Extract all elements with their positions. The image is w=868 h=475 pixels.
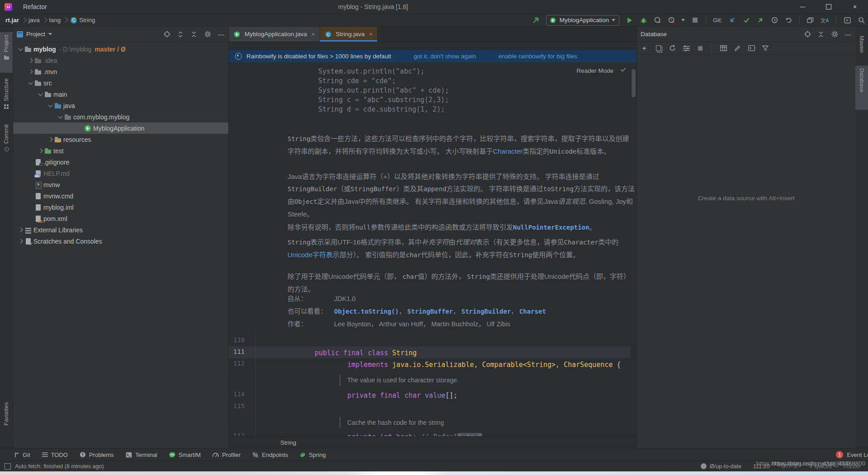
console-icon[interactable]	[748, 45, 755, 52]
build-hammer-icon[interactable]	[532, 16, 540, 24]
code-line[interactable]: Cache the hash code for the string	[229, 417, 630, 428]
tree-row[interactable]: .gitignore	[13, 156, 228, 168]
tree-row[interactable]: src	[13, 77, 228, 89]
breadcrumb-item[interactable]: String	[79, 17, 95, 24]
branch-widget[interactable]: master	[844, 463, 861, 470]
run-anything-icon[interactable]	[843, 16, 851, 24]
tree-row[interactable]: MyblogApplication	[13, 122, 228, 134]
add-data-source-icon[interactable]: +	[641, 45, 648, 52]
tree-chevron-icon[interactable]	[27, 170, 34, 177]
search-everywhere-icon[interactable]	[857, 16, 865, 24]
locate-file-icon[interactable]	[163, 31, 170, 38]
debug-button[interactable]	[639, 16, 647, 24]
close-tab-icon[interactable]: ×	[369, 31, 373, 38]
project-panel-title[interactable]: Project	[26, 31, 45, 38]
breadcrumb-item[interactable]: rt.jar	[5, 17, 19, 24]
breadcrumb-class[interactable]: String	[280, 439, 296, 446]
tree-row[interactable]: HELP.md	[13, 168, 228, 179]
edit-icon[interactable]	[734, 45, 741, 52]
close-button[interactable]: ×	[842, 0, 868, 14]
breadcrumb-item[interactable]: lang	[49, 17, 61, 24]
indent-widget[interactable]: 4 spaces	[809, 463, 832, 470]
code-line[interactable]: 114 private final char value[];	[229, 390, 630, 401]
rollback-icon[interactable]	[784, 16, 793, 24]
tool-tab-spring[interactable]: Spring	[300, 451, 326, 458]
git-push-button[interactable]	[756, 16, 764, 24]
breadcrumb-item[interactable]: java	[28, 17, 40, 24]
tool-tab-profiler[interactable]: Profiler	[212, 451, 241, 458]
gear-icon[interactable]	[831, 31, 838, 38]
tree-row[interactable]: myblog - D:\myblog master / Ø	[13, 43, 228, 55]
tree-chevron-icon[interactable]	[27, 181, 34, 188]
tree-row[interactable]: myblog.iml	[13, 202, 228, 213]
translate-icon[interactable]: 文A	[821, 16, 829, 24]
tree-chevron-icon[interactable]	[27, 80, 34, 87]
tree-chevron-icon[interactable]	[27, 159, 34, 166]
collapse-all-icon[interactable]	[190, 31, 198, 38]
expand-all-icon[interactable]	[177, 31, 184, 38]
tree-row[interactable]: test	[13, 145, 228, 156]
code-line[interactable]: 115	[229, 401, 630, 413]
git-status-widget[interactable]: Ø/up-to-date	[701, 463, 741, 470]
encoding-widget[interactable]: UTF-8	[781, 463, 797, 470]
tree-chevron-icon[interactable]	[27, 215, 34, 222]
tree-chevron-icon[interactable]	[57, 113, 64, 121]
stripe-tab-commit[interactable]: Commit	[0, 122, 13, 162]
editor-tab[interactable]: String.java ×	[320, 27, 377, 42]
tool-tab-git[interactable]: Git	[14, 451, 30, 458]
git-commit-button[interactable]	[742, 16, 750, 24]
tree-row[interactable]: .mvn	[13, 66, 228, 77]
event-log-button[interactable]: 1 Event Log	[836, 451, 868, 458]
tree-row[interactable]: pom.xml	[13, 213, 228, 224]
tool-tab-problems[interactable]: Problems	[80, 451, 114, 458]
editor-scrollbar[interactable]	[632, 69, 636, 97]
gear-icon[interactable]	[204, 31, 211, 38]
tree-row[interactable]: .idea	[13, 55, 228, 66]
caret-position-widget[interactable]: 111:20	[753, 463, 769, 470]
code-line[interactable]: 112 implements java.io.Serializable, Com…	[229, 359, 630, 371]
tree-row[interactable]: mvnw	[13, 179, 228, 190]
git-update-button[interactable]	[728, 16, 736, 24]
tree-chevron-icon[interactable]	[37, 147, 44, 155]
stripe-tab-favorites[interactable]: Favorites	[0, 400, 13, 437]
tree-row[interactable]: mvnw.cmd	[13, 190, 228, 202]
close-tab-icon[interactable]: ×	[311, 31, 315, 38]
editor-tab[interactable]: MyblogApplication.java ×	[229, 27, 320, 42]
tree-chevron-icon[interactable]	[17, 46, 24, 53]
refresh-icon[interactable]	[669, 45, 676, 52]
locate-icon[interactable]	[804, 31, 811, 38]
maximize-button[interactable]	[816, 0, 842, 14]
tree-row[interactable]: Scratches and Consoles	[13, 235, 228, 247]
run-configuration-select[interactable]: MyblogApplication	[546, 15, 619, 26]
toggle-toolwindows-icon[interactable]	[5, 463, 11, 470]
tree-chevron-icon[interactable]	[17, 226, 24, 234]
tree-chevron-icon[interactable]	[37, 91, 44, 98]
tool-tab-terminal[interactable]: Terminal	[126, 451, 157, 458]
collapse-all-icon[interactable]	[817, 31, 825, 38]
chevron-down-icon[interactable]	[48, 33, 52, 35]
run-with-coverage-button[interactable]	[653, 16, 661, 24]
table-view-icon[interactable]	[720, 45, 727, 52]
tree-chevron-icon[interactable]	[27, 193, 34, 200]
tree-row[interactable]: com.myblog.myblog	[13, 111, 228, 122]
tree-chevron-icon[interactable]	[27, 204, 34, 211]
data-source-properties-icon[interactable]	[683, 45, 690, 52]
tree-row[interactable]: resources	[13, 134, 228, 145]
menu-item[interactable]: Refactor	[19, 0, 52, 14]
hide-panel-icon[interactable]: —	[844, 31, 852, 38]
stripe-tab-maven[interactable]: Maven	[855, 33, 868, 66]
minimize-button[interactable]	[789, 0, 816, 14]
profiler-button[interactable]	[667, 16, 675, 24]
run-button[interactable]	[625, 16, 633, 24]
code-line[interactable]: The value is used for character storage.	[229, 374, 630, 386]
hide-panel-icon[interactable]: —	[217, 31, 225, 38]
reader-mode-toggle[interactable]: Reader Mode	[576, 67, 627, 74]
filter-icon[interactable]	[762, 45, 769, 52]
tree-chevron-icon[interactable]	[47, 136, 54, 143]
tool-tab-todo[interactable]: TODO	[42, 451, 68, 458]
code-line[interactable]: 110	[229, 335, 630, 347]
tree-row[interactable]: main	[13, 89, 228, 100]
stripe-tab-database[interactable]: Database	[855, 66, 868, 110]
tool-tab-smartim[interactable]: SmartIM	[169, 451, 201, 458]
banner-dismiss-link[interactable]: got it, don't show again	[414, 53, 476, 60]
